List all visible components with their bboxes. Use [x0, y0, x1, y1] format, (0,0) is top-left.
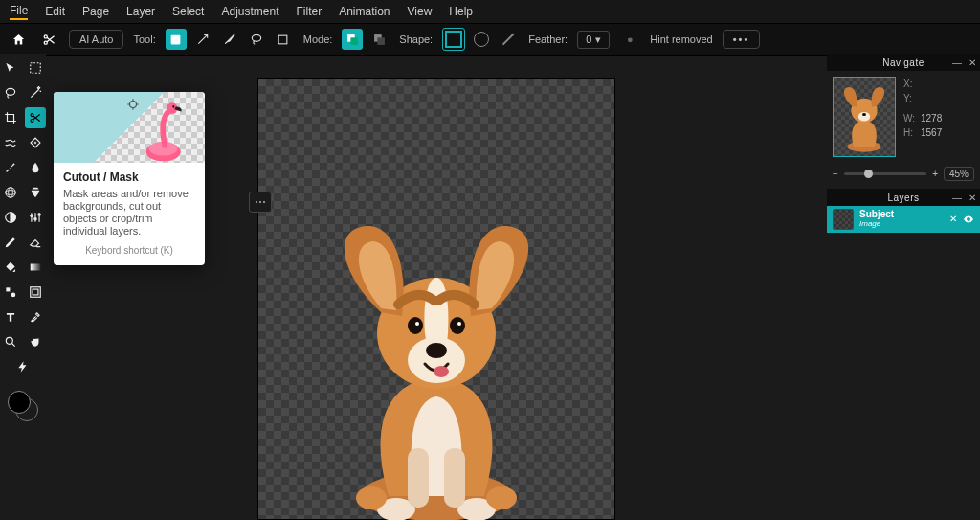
shape-circle-icon[interactable] — [471, 29, 492, 50]
fill-tool-icon[interactable] — [0, 257, 21, 278]
canvas[interactable]: ⋯ — [258, 79, 614, 519]
dot-icon: ● — [619, 29, 640, 50]
menu-view[interactable]: View — [408, 5, 433, 18]
arrow-tool-icon[interactable] — [0, 57, 21, 79]
gradient-tool-icon[interactable] — [25, 257, 46, 278]
navigate-info: X: Y: W:1278 H:1567 — [903, 77, 942, 157]
ai-auto-button[interactable]: AI Auto — [69, 30, 123, 49]
layer-visibility-icon[interactable] — [963, 214, 974, 225]
layer-type: Image — [859, 219, 894, 229]
tool-brush-icon[interactable] — [219, 29, 240, 50]
lasso-tool-icon[interactable] — [0, 82, 21, 103]
menu-page[interactable]: Page — [82, 5, 109, 18]
wand-tool-icon[interactable] — [25, 82, 46, 103]
layers-panel-header[interactable]: Layers —✕ — [827, 189, 980, 206]
brush-tool-icon[interactable] — [0, 157, 21, 178]
menu-help[interactable]: Help — [449, 5, 473, 18]
menu-animation[interactable]: Animation — [339, 5, 390, 18]
svg-point-45 — [415, 322, 419, 326]
svg-point-11 — [31, 114, 33, 117]
more-button[interactable]: ••• — [723, 30, 761, 49]
nav-w-label: W: — [903, 111, 921, 125]
menu-adjustment[interactable]: Adjustment — [221, 5, 278, 18]
tool-shape-icon[interactable] — [166, 29, 187, 50]
svg-point-20 — [38, 214, 40, 215]
eraser-tool-icon[interactable] — [25, 232, 46, 253]
crop-tool-icon[interactable] — [0, 107, 21, 128]
menu-file[interactable]: File — [10, 4, 28, 20]
heal-tool-icon[interactable] — [25, 132, 46, 153]
mode-sub-icon[interactable] — [368, 29, 390, 50]
svg-point-1 — [44, 41, 47, 44]
mode-label: Mode: — [303, 34, 333, 45]
tool-rect-icon[interactable] — [273, 29, 294, 50]
mode-add-icon[interactable] — [342, 29, 363, 50]
svg-point-15 — [6, 191, 16, 195]
chevron-down-icon: ▾ — [595, 34, 601, 46]
warp-tool-icon[interactable] — [0, 182, 21, 203]
marquee-tool-icon[interactable] — [25, 57, 46, 79]
layer-delete-icon[interactable]: ✕ — [949, 214, 957, 225]
frame-tool-icon[interactable] — [25, 282, 46, 303]
layers-body: Subject Image ✕ — [827, 206, 980, 233]
canvas-menu-button[interactable]: ⋯ — [249, 192, 272, 213]
zoom-in-button[interactable]: + — [932, 169, 938, 179]
menu-select[interactable]: Select — [172, 5, 204, 18]
svg-point-44 — [450, 317, 465, 334]
cutout-tool-icon[interactable] — [25, 107, 46, 128]
minimize-icon[interactable]: — — [952, 192, 963, 203]
home-icon[interactable] — [8, 29, 29, 50]
shape-tool-icon[interactable] — [0, 282, 21, 303]
close-icon[interactable]: ✕ — [969, 57, 977, 68]
sliders-tool-icon[interactable] — [25, 207, 46, 228]
clone-tool-icon[interactable] — [25, 182, 46, 203]
color-swatch[interactable] — [8, 391, 38, 421]
feather-input[interactable]: 0 ▾ — [577, 31, 610, 49]
svg-point-3 — [252, 34, 260, 41]
tool-magic-icon[interactable] — [192, 29, 213, 50]
zoom-slider[interactable] — [844, 172, 926, 175]
shape-line-icon[interactable] — [498, 29, 519, 50]
options-bar: AI Auto Tool: Mode: Shape: Feather: — [0, 23, 980, 56]
menu-layer[interactable]: Layer — [126, 5, 155, 18]
nav-h-label: H: — [903, 125, 921, 140]
menu-edit[interactable]: Edit — [45, 5, 65, 18]
blur-tool-icon[interactable] — [25, 157, 46, 178]
nav-dog-icon — [834, 78, 895, 156]
close-icon[interactable]: ✕ — [969, 192, 977, 203]
bolt-tool-icon[interactable] — [12, 356, 33, 377]
layer-thumbnail — [833, 209, 854, 230]
feather-value: 0 — [586, 34, 591, 46]
navigate-thumbnail[interactable] — [833, 77, 896, 157]
nav-w-value: 1278 — [921, 113, 942, 124]
shape-label: Shape: — [399, 34, 433, 45]
menu-filter[interactable]: Filter — [296, 5, 322, 18]
nav-x-label: X: — [903, 77, 921, 91]
svg-rect-2 — [171, 34, 181, 44]
text-tool-icon[interactable] — [0, 306, 21, 328]
svg-rect-37 — [408, 448, 429, 508]
zoom-value[interactable]: 45% — [944, 167, 974, 181]
layer-item[interactable]: Subject Image ✕ — [827, 206, 980, 233]
svg-rect-24 — [31, 287, 41, 298]
zoom-tool-icon[interactable] — [0, 331, 21, 352]
hand-tool-icon[interactable] — [25, 331, 46, 352]
navigate-panel-header[interactable]: Navigate —✕ — [827, 54, 980, 71]
svg-point-0 — [44, 34, 47, 37]
tool-lasso-icon[interactable] — [246, 29, 267, 50]
svg-rect-25 — [33, 289, 38, 295]
svg-point-36 — [486, 486, 517, 509]
shape-rect-icon[interactable] — [442, 28, 465, 51]
adjust-tool-icon[interactable] — [0, 207, 21, 228]
minimize-icon[interactable]: — — [952, 57, 963, 68]
zoom-out-button[interactable]: − — [833, 169, 838, 179]
layers-title: Layers — [887, 192, 919, 203]
eyedropper-tool-icon[interactable] — [25, 306, 46, 328]
svg-point-16 — [9, 188, 13, 198]
svg-rect-8 — [377, 37, 385, 45]
svg-point-42 — [434, 366, 449, 377]
right-panel: Navigate —✕ X: Y: W:1278 H:1567 — [827, 54, 980, 520]
liquify-tool-icon[interactable] — [0, 132, 21, 153]
scissors-icon[interactable] — [38, 29, 59, 50]
pen-tool-icon[interactable] — [0, 232, 21, 253]
